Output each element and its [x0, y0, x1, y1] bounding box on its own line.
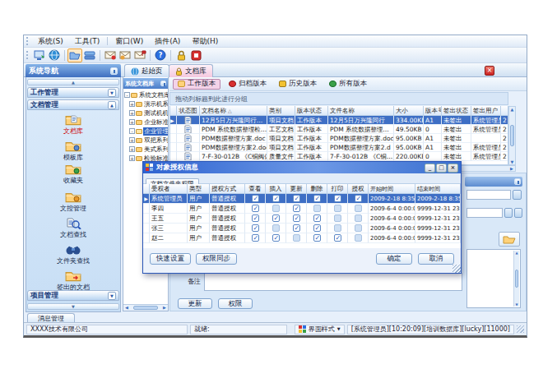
perm-checkbox[interactable] [252, 205, 259, 212]
table-row[interactable]: PDM数据整理方案.doc 项目文档 工作版本 PDM数据整理方案.doc 95… [170, 134, 508, 143]
col-end-time[interactable]: 结束时间 [415, 184, 461, 194]
permission-button[interactable]: 权限 [218, 298, 253, 309]
cancel-button[interactable]: 取消 [418, 253, 454, 265]
col-grantee[interactable]: 受权者 [150, 184, 188, 194]
sidebar-scroll-down[interactable]: ▼ [27, 303, 119, 310]
collapse-icon[interactable]: - [124, 92, 130, 98]
group-by-bar[interactable]: 拖动列标题到此进行分组 [169, 92, 508, 105]
col-checkout-user[interactable]: 签出用户 [471, 106, 501, 116]
perm-checkbox[interactable] [355, 195, 362, 202]
perm-checkbox[interactable] [334, 234, 341, 242]
all-versions-button[interactable]: 所有版本 [325, 79, 371, 90]
expand-icon[interactable]: + [129, 119, 135, 125]
perm-checkbox[interactable] [293, 205, 300, 212]
perm-checkbox[interactable] [272, 205, 280, 212]
table-row[interactable]: PDM 系统数据整理检… 工艺文档 工作版本 PDM 系统数据整理… 49.50… [170, 125, 508, 134]
perm-checkbox[interactable] [355, 205, 362, 212]
col-category[interactable]: 类别 [267, 106, 295, 116]
expand-icon[interactable]: + [129, 155, 135, 161]
col-insert[interactable]: 插入 [266, 184, 286, 194]
minimize-icon[interactable]: _ [425, 164, 435, 173]
pin-icon[interactable] [514, 178, 521, 185]
scroll-up-icon[interactable]: ▲ [514, 251, 519, 255]
sidebar-section-project[interactable]: 项目管理 ▼ [27, 290, 119, 301]
menu-tools[interactable]: 工具(T) [69, 35, 106, 47]
scroll-left-icon[interactable]: ◀ [123, 305, 130, 311]
expand-icon[interactable]: + [129, 101, 135, 107]
perm-checkbox[interactable] [313, 205, 321, 212]
field-picker-button[interactable] [513, 190, 522, 200]
scroll-up-icon[interactable]: ▲ [509, 107, 515, 112]
perm-checkbox[interactable] [272, 214, 280, 222]
sidebar-section-doc[interactable]: 文档管理 ▲ [27, 99, 119, 110]
close-icon[interactable]: × [448, 164, 458, 173]
scroll-down-icon[interactable]: ▼ [509, 159, 515, 164]
field-picker-button[interactable] [504, 208, 513, 218]
help-icon[interactable]: ? [153, 48, 168, 62]
perm-checkbox[interactable] [313, 224, 321, 232]
perm-checkbox[interactable] [272, 195, 280, 202]
expand-icon[interactable]: + [129, 146, 135, 152]
perm-row[interactable]: 赵二 用户 普通授权 2009-6-4 0:00:00 9999-12-31 2… [143, 233, 461, 243]
perm-checkbox[interactable] [334, 195, 341, 202]
property-field[interactable] [466, 208, 503, 218]
tree-horizontal-scrollbar[interactable]: ◀ ▶ [123, 304, 168, 311]
table-row[interactable]: PDM数据整理方案2.doc 项目文档 工作版本 PDM数据整理方案2.d 95… [170, 143, 508, 152]
perm-checkbox[interactable] [313, 234, 321, 242]
col-checkout-status[interactable]: 签出状态 [442, 106, 471, 116]
tree-node[interactable]: +企业标准化文件 [123, 118, 168, 127]
tab-home[interactable]: 起始页 [124, 64, 169, 77]
perm-row[interactable]: 张三 用户 普通授权 2009-6-4 0:00:00 9999-12-31 2… [143, 224, 461, 233]
properties-textarea[interactable]: ▲ ▼ [466, 249, 521, 308]
perm-checkbox[interactable] [272, 224, 280, 232]
sidebar-item-doc-library[interactable]: 文档库 [27, 113, 119, 136]
close-tab-icon[interactable]: × [485, 66, 494, 76]
ui-style-selector[interactable]: 界面样式 ▼ [295, 325, 345, 334]
sidebar-scroll-up[interactable]: ▲ [27, 79, 119, 85]
quick-setup-button[interactable]: 快速设置 [150, 253, 191, 265]
col-print[interactable]: 打印 [327, 184, 348, 194]
field-checkbox[interactable] [514, 208, 522, 218]
remark-textarea[interactable] [204, 273, 462, 291]
col-doc-name[interactable]: 文档名称△ [200, 106, 267, 116]
perm-checkbox[interactable] [293, 214, 300, 222]
perm-checkbox[interactable] [272, 234, 280, 242]
mail-open-icon[interactable] [118, 48, 132, 62]
dialog-title-bar[interactable]: 对象授权信息 _ □ × [143, 162, 461, 173]
perm-checkbox[interactable] [313, 195, 321, 202]
work-version-button[interactable]: 工作版本 [173, 79, 220, 90]
sidebar-item-doc-search[interactable]: 文档查找 [27, 217, 119, 239]
mail-flag-icon[interactable] [132, 48, 147, 62]
perm-checkbox[interactable] [334, 205, 341, 212]
ok-button[interactable]: 确定 [376, 253, 412, 265]
perm-row[interactable]: 李四 用户 普通授权 2009-6-4 0:00:00 9999-12-31 2… [143, 204, 461, 214]
collapse-icon[interactable]: - [129, 128, 135, 134]
col-view[interactable]: 查看 [245, 184, 266, 194]
globe-icon[interactable] [47, 48, 62, 62]
col-version-status[interactable]: 版本状态 [295, 106, 328, 116]
chevron-down-icon[interactable]: ▼ [108, 292, 116, 300]
monitor-sync-icon[interactable] [32, 48, 47, 62]
perm-checkbox[interactable] [355, 234, 362, 242]
perm-checkbox[interactable] [252, 224, 259, 232]
col-type[interactable]: 类型 [188, 184, 210, 194]
permission-sync-button[interactable]: 权限同步 [196, 253, 237, 265]
col-status-icon[interactable]: 状态图 [177, 106, 200, 116]
col-size[interactable]: 大小 [394, 106, 424, 116]
scroll-down-icon[interactable]: ▼ [514, 302, 519, 307]
col-version-no[interactable]: 版本号 [424, 106, 442, 116]
maximize-icon[interactable]: □ [436, 164, 447, 173]
table-vertical-scrollbar[interactable]: ▲ ▼ [508, 106, 516, 165]
tree-node-root[interactable]: -系统文档库 [123, 90, 168, 99]
tab-doclib[interactable]: 文档库 [169, 64, 213, 77]
perm-checkbox[interactable] [355, 224, 362, 232]
chevron-up-icon[interactable]: ▲ [108, 101, 116, 109]
table-row[interactable]: 7-F-30-012B 《C铜阀体 质量文件 工作版本 7-F-30-012B … [170, 152, 508, 161]
resize-grip[interactable] [517, 325, 524, 333]
archived-version-button[interactable]: 归档版本 [225, 79, 271, 90]
property-field[interactable] [466, 190, 511, 200]
perm-checkbox[interactable] [334, 214, 341, 222]
col-start-time[interactable]: 开始时间 [369, 184, 415, 194]
perm-checkbox[interactable] [252, 214, 259, 222]
open-folder-icon[interactable] [67, 48, 82, 62]
